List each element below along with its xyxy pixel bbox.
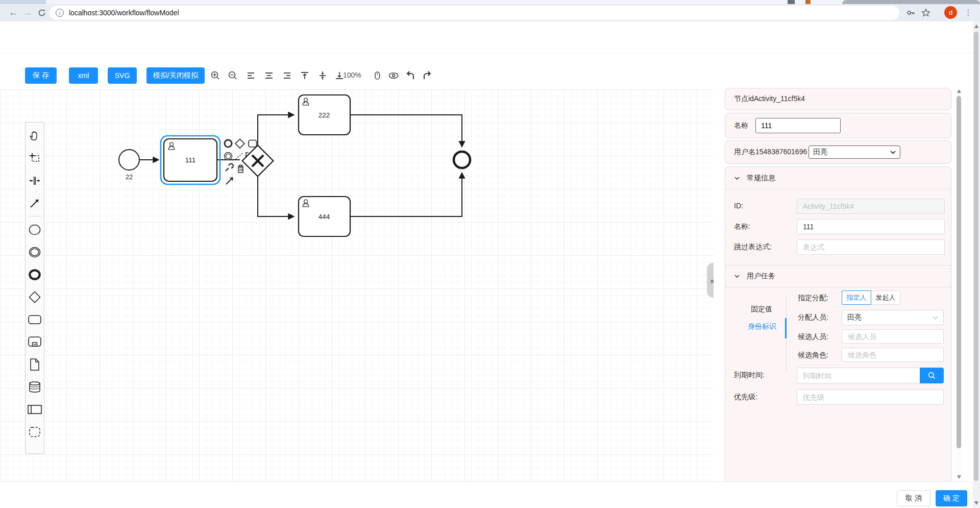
scroll-down-icon[interactable] xyxy=(974,501,978,505)
align-right-icon[interactable] xyxy=(280,69,293,82)
address-bar[interactable]: i localhost:3000/workflow/flowModel xyxy=(50,6,899,20)
mouse-icon[interactable] xyxy=(371,69,384,82)
flow-gateway-222[interactable] xyxy=(258,115,294,145)
assignee-select[interactable]: 田亮 xyxy=(842,310,944,325)
zoom-out-icon[interactable] xyxy=(226,69,239,82)
assign-radio-group: 指定人 发起人 xyxy=(842,291,901,305)
node-id-box: 节点idActivity_11cf5k4 xyxy=(725,88,951,110)
id-input[interactable] xyxy=(797,199,945,214)
create-start-event[interactable] xyxy=(27,219,43,241)
assignee-select-value: 田亮 xyxy=(847,313,862,322)
create-data-object[interactable] xyxy=(27,353,43,376)
tab-identity[interactable]: 身份标识 xyxy=(748,322,776,331)
pad-append-gateway-icon[interactable] xyxy=(235,139,244,149)
candidate-users-input[interactable] xyxy=(842,329,944,344)
skip-expression-input[interactable] xyxy=(797,239,945,255)
section-usertask-header[interactable]: 用户任务 xyxy=(725,265,951,287)
screen: ← → i localhost:3000/workflow/flowModel … xyxy=(0,0,980,508)
bookmark-star-icon[interactable] xyxy=(919,6,933,20)
pad-wrench-icon[interactable] xyxy=(226,164,233,171)
zoom-in-icon[interactable] xyxy=(209,69,222,82)
info-icon[interactable]: i xyxy=(56,9,64,17)
pad-append-task-icon[interactable] xyxy=(249,140,257,148)
tab-fixed-value[interactable]: 固定值 xyxy=(751,305,772,314)
radio-initiator[interactable]: 发起人 xyxy=(871,291,900,305)
create-task[interactable] xyxy=(27,308,43,331)
window-scrollbar[interactable] xyxy=(973,21,980,508)
modal-footer: 取 消 确 定 xyxy=(0,481,980,508)
flow-444-end[interactable] xyxy=(350,173,462,216)
chevron-down-icon xyxy=(734,175,740,181)
align-top-icon[interactable] xyxy=(298,69,311,82)
simulate-button[interactable]: 模拟/关闭模拟 xyxy=(146,67,205,84)
global-connect-tool[interactable] xyxy=(27,192,43,214)
pad-trash-icon[interactable] xyxy=(238,165,243,173)
username-box: 用户名1548387601696 田亮 xyxy=(725,140,951,164)
priority-input[interactable] xyxy=(797,390,944,405)
window-scroll-thumb[interactable] xyxy=(974,32,978,481)
general-name-input[interactable] xyxy=(797,219,945,234)
pad-connect-icon[interactable] xyxy=(226,178,233,184)
svg-button[interactable]: SVG xyxy=(108,67,137,84)
redo-icon[interactable] xyxy=(421,69,434,82)
save-button[interactable]: 保 存 xyxy=(25,67,57,84)
task-444-node[interactable]: 444 xyxy=(299,197,350,236)
xml-button[interactable]: xml xyxy=(69,67,98,84)
panel-scrollbar[interactable] xyxy=(955,87,963,481)
avatar[interactable]: d xyxy=(944,6,957,19)
cancel-button[interactable]: 取 消 xyxy=(897,490,930,506)
pad-append-end-event-icon[interactable] xyxy=(225,140,232,147)
bpmn-canvas[interactable]: 22 111 xyxy=(0,89,714,481)
end-event-node[interactable] xyxy=(454,152,470,168)
task-111-node[interactable]: 111 xyxy=(161,136,220,184)
task-222-node[interactable]: 222 xyxy=(299,95,350,135)
scroll-up-icon[interactable] xyxy=(957,89,961,93)
create-gateway[interactable] xyxy=(27,286,43,308)
back-icon[interactable]: ← xyxy=(6,6,20,20)
create-end-event[interactable] xyxy=(27,263,43,286)
create-data-store[interactable] xyxy=(27,376,43,398)
flow-222-end[interactable] xyxy=(350,115,462,147)
hand-tool[interactable] xyxy=(27,125,43,147)
forward-icon[interactable]: → xyxy=(20,6,35,20)
username-select-value: 田亮 xyxy=(813,148,827,157)
palette xyxy=(25,122,44,454)
priority-label: 优先级: xyxy=(734,393,757,402)
radio-assignee[interactable]: 指定人 xyxy=(842,291,871,305)
scroll-down-icon[interactable] xyxy=(957,475,961,479)
reload-glyph xyxy=(38,9,46,17)
align-middle-icon[interactable] xyxy=(316,69,329,82)
gateway-node[interactable] xyxy=(242,146,274,177)
pad-text-annotation-icon[interactable] xyxy=(236,153,243,159)
eye-icon[interactable] xyxy=(387,69,400,82)
username-select[interactable]: 田亮 xyxy=(808,146,900,159)
lasso-tool[interactable] xyxy=(27,147,43,170)
align-left-icon[interactable] xyxy=(244,69,258,82)
create-subprocess[interactable] xyxy=(27,331,43,353)
due-time-search-button[interactable] xyxy=(920,368,944,383)
due-time-input[interactable] xyxy=(797,368,920,383)
browser-menu-icon[interactable]: ⋮ xyxy=(961,6,975,20)
undo-icon[interactable] xyxy=(404,69,417,82)
scroll-up-icon[interactable] xyxy=(974,25,978,28)
create-group[interactable] xyxy=(27,421,43,443)
start-event-label: 22 xyxy=(126,174,133,181)
bpmn-diagram: 22 111 xyxy=(0,89,714,481)
section-general-header[interactable]: 常规信息 xyxy=(725,167,951,189)
reload-icon[interactable] xyxy=(35,6,49,20)
password-key-icon[interactable] xyxy=(903,6,918,20)
panel-scroll-thumb[interactable] xyxy=(957,96,961,448)
name-field-input[interactable] xyxy=(755,118,841,133)
space-tool[interactable] xyxy=(27,170,43,192)
create-participant[interactable] xyxy=(27,398,43,421)
lasso-icon xyxy=(29,152,41,164)
start-event-node[interactable]: 22 xyxy=(119,150,139,181)
align-center-icon[interactable] xyxy=(262,69,276,82)
task-111-label: 111 xyxy=(185,156,196,164)
candidate-roles-input[interactable] xyxy=(842,348,944,362)
data-object-icon xyxy=(29,358,40,371)
url-text: localhost:3000/workflow/flowModel xyxy=(69,9,179,17)
ok-button[interactable]: 确 定 xyxy=(936,490,967,506)
flow-gateway-444[interactable] xyxy=(258,177,294,216)
create-intermediate-event[interactable] xyxy=(27,241,43,263)
